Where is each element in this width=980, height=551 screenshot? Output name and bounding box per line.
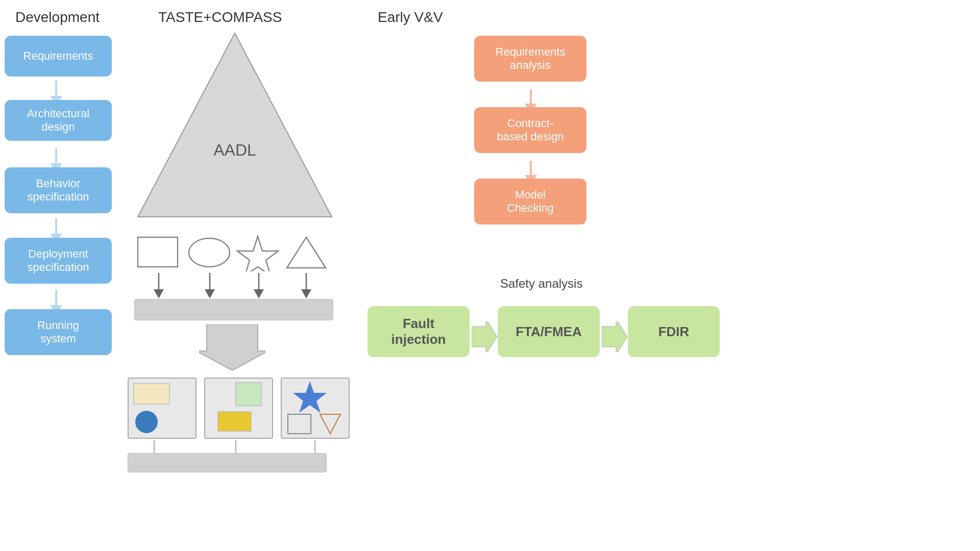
- svg-marker-25: [472, 321, 497, 352]
- svg-marker-21: [320, 414, 340, 434]
- arrow-from-triangle: [299, 273, 314, 298]
- svg-marker-4: [237, 236, 278, 271]
- svg-point-3: [189, 238, 230, 267]
- dev-box-architectural-design: Architecturaldesign: [5, 100, 112, 141]
- svg-marker-5: [287, 237, 326, 268]
- diagram-container: Development TASTE+COMPASS Early V&V Requ…: [0, 0, 980, 551]
- arrow-fault-to-fta: [472, 321, 497, 352]
- section-title-development: Development: [15, 9, 100, 26]
- aadl-triangle: AADL: [133, 28, 337, 232]
- dev-box-behavior-specification: Behaviorspecification: [5, 167, 112, 213]
- vv-box-contract-based-design: Contract-based design: [474, 107, 586, 153]
- arrow-from-rect: [151, 273, 166, 298]
- arrow-from-star: [251, 273, 266, 298]
- svg-rect-17: [236, 383, 261, 406]
- svg-marker-7: [154, 289, 164, 298]
- shape-small-triangle: [286, 235, 327, 270]
- svg-marker-11: [254, 289, 264, 298]
- svg-rect-15: [134, 384, 169, 404]
- svg-marker-0: [138, 33, 332, 217]
- arrow-from-oval: [202, 273, 217, 298]
- node-box-3: [281, 378, 350, 439]
- connector-line-3: [314, 440, 316, 454]
- output-bar: [128, 453, 327, 472]
- section-title-earlyvv: Early V&V: [378, 9, 443, 26]
- section-title-safety: Safety analysis: [500, 277, 582, 291]
- node-box-1: [128, 378, 197, 439]
- shape-rectangle: [135, 235, 181, 270]
- connector-line-1: [153, 440, 156, 454]
- dev-box-running-system: Runningsystem: [5, 309, 112, 355]
- shape-star: [235, 234, 281, 271]
- big-down-arrow: [199, 324, 265, 370]
- svg-marker-26: [602, 321, 627, 352]
- svg-rect-20: [288, 414, 311, 434]
- node-box-2: [204, 378, 273, 439]
- svg-marker-13: [301, 289, 311, 298]
- input-bar: [134, 299, 333, 320]
- shape-oval: [186, 235, 232, 270]
- svg-rect-2: [138, 237, 178, 267]
- svg-text:AADL: AADL: [213, 141, 256, 159]
- dev-box-deployment-specification: Deploymentspecification: [5, 238, 112, 284]
- dev-box-requirements: Requirements: [5, 36, 112, 77]
- svg-marker-9: [205, 289, 215, 298]
- svg-rect-18: [218, 412, 251, 431]
- svg-point-16: [135, 411, 158, 433]
- safety-box-fta-fmea: FTA/FMEA: [498, 306, 600, 357]
- safety-box-fault-injection: Faultinjection: [368, 306, 470, 357]
- arrow-fta-to-fdir: [602, 321, 627, 352]
- connector-line-2: [235, 440, 237, 454]
- svg-marker-14: [199, 324, 265, 370]
- vv-box-requirements-analysis: Requirementsanalysis: [474, 36, 586, 82]
- safety-box-fdir: FDIR: [628, 306, 720, 357]
- section-title-taste: TASTE+COMPASS: [158, 9, 282, 26]
- vv-box-model-checking: ModelChecking: [474, 179, 586, 224]
- svg-marker-19: [293, 381, 327, 413]
